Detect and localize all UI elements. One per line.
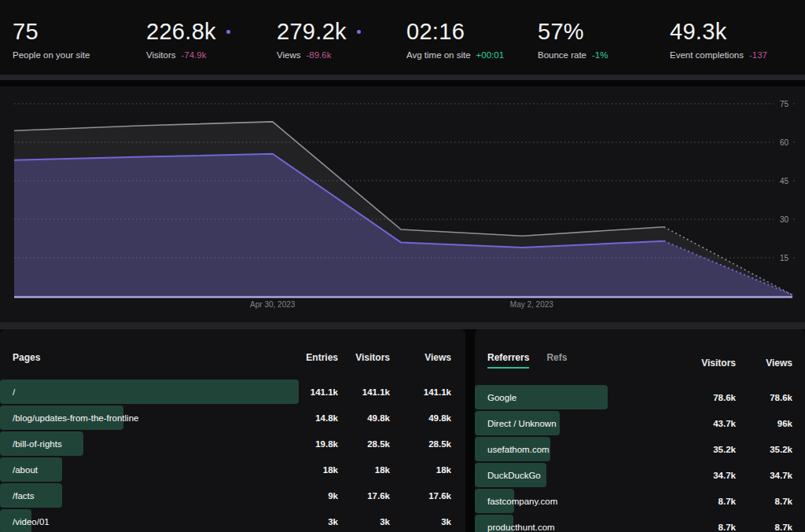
page-visitors: 141.1k [338, 387, 390, 397]
page-label: /facts [0, 491, 283, 501]
table-row-google[interactable]: Google78.6k78.6k [475, 385, 805, 409]
referrer-views: 78.6k [736, 393, 792, 402]
traffic-chart-panel: 1530456075Apr 30, 2023May 2, 2023 [0, 86, 805, 322]
page-entries: 141.1k [283, 387, 338, 397]
table-row-usefathom-com[interactable]: usefathom.com35.2k35.2k [475, 437, 805, 461]
stat-value: 279.2k [277, 18, 347, 45]
page-label: /about [0, 465, 283, 475]
stat-label: Avg time on site [406, 50, 471, 60]
table-row-video-01[interactable]: /video/013k3k3k [0, 509, 465, 532]
referrers-rows: Google78.6k78.6kDirect / Unknown43.7k96k… [475, 385, 805, 532]
y-tick-label-75: 75 [780, 100, 789, 108]
page-views: 28.5k [390, 439, 451, 449]
stat-value-row: 226.8k [146, 18, 230, 45]
page-label: / [0, 387, 283, 397]
stat-delta: -74.9k [182, 50, 207, 60]
referrer-label: DuckDuckGo [475, 471, 665, 480]
stat-label: Visitors [146, 50, 176, 60]
tab-referrers[interactable]: Referrers [487, 352, 529, 369]
y-tick-label-15: 15 [780, 254, 789, 262]
referrer-visitors: 43.7k [665, 419, 736, 428]
stat-value-row: 49.3k [670, 18, 767, 45]
page-entries: 19.8k [283, 439, 338, 449]
table-row-[interactable]: /141.1k141.1k141.1k [0, 380, 465, 404]
stat-label-row: Visitors-74.9k [146, 50, 230, 60]
stat-label-row: Bounce rate-1% [538, 50, 608, 60]
stat-label: People on your site [13, 50, 90, 60]
stat-event-completions: 49.3kEvent completions-137 [670, 18, 767, 60]
table-row-fastcompany-com[interactable]: fastcompany.com8.7k8.7k [475, 489, 805, 513]
stat-bounce-rate: 57%Bounce rate-1% [538, 18, 608, 60]
stat-label-row: People on your site [13, 50, 90, 60]
stat-label: Event completions [670, 50, 744, 60]
table-row-direct-unknown[interactable]: Direct / Unknown43.7k96k [475, 411, 805, 435]
stat-value-row: 279.2k [277, 18, 361, 45]
live-indicator-dot-icon [226, 30, 230, 34]
stat-label-row: Avg time on site+00:01 [406, 50, 504, 60]
referrer-views: 35.2k [736, 445, 792, 454]
column-header-visitors: Visitors [665, 358, 736, 369]
tab-refs[interactable]: Refs [546, 352, 567, 369]
column-header-views: Views [736, 358, 792, 369]
stat-value-row: 02:16 [406, 18, 504, 45]
page-entries: 18k [283, 465, 338, 475]
pages-rows: /141.1k141.1k141.1k/blog/updates-from-th… [0, 380, 465, 532]
column-header-visitors: Visitors [338, 352, 390, 363]
referrers-table-header: ReferrersRefs Visitors Views [475, 329, 805, 369]
page-views: 18k [390, 465, 451, 475]
page-label: /blog/updates-from-the-frontline [0, 413, 283, 423]
referrer-label: producthunt.com [475, 523, 665, 532]
table-row-blog-updates-from-the-frontline[interactable]: /blog/updates-from-the-frontline14.8k49.… [0, 405, 465, 430]
stat-value: 57% [538, 18, 584, 45]
pages-table-header: Pages Entries Visitors Views [0, 329, 465, 363]
referrer-views: 8.7k [736, 497, 792, 506]
referrer-visitors: 35.2k [665, 445, 736, 454]
stat-people-on-your-site: 75People on your site [13, 18, 90, 60]
table-row-producthunt-com[interactable]: producthunt.com8.7k8.7k [475, 515, 805, 532]
area-fill-visitors [14, 154, 792, 296]
page-label: /bill-of-rights [0, 439, 283, 449]
x-axis-label-0: Apr 30, 2023 [250, 300, 296, 309]
referrer-visitors: 8.7k [665, 523, 736, 532]
top-stats-bar: 75People on your site226.8kVisitors-74.9… [0, 0, 805, 75]
referrer-views: 8.7k [736, 523, 792, 532]
bottom-tables: Pages Entries Visitors Views /141.1k141.… [0, 329, 805, 532]
stat-delta: -1% [592, 50, 608, 60]
referrer-views: 96k [736, 419, 792, 428]
stat-visitors: 226.8kVisitors-74.9k [146, 18, 230, 60]
page-entries: 3k [283, 517, 338, 526]
referrer-views: 34.7k [736, 471, 792, 480]
page-visitors: 3k [338, 517, 390, 526]
stat-value-row: 75 [13, 18, 90, 45]
referrers-panel: ReferrersRefs Visitors Views Google78.6k… [475, 329, 805, 532]
page-label: /video/01 [0, 517, 283, 526]
table-row-bill-of-rights[interactable]: /bill-of-rights19.8k28.5k28.5k [0, 431, 465, 456]
page-visitors: 18k [338, 465, 390, 475]
page-views: 3k [390, 517, 451, 526]
referrers-tabs: ReferrersRefs [475, 352, 665, 369]
referrer-visitors: 8.7k [665, 497, 736, 506]
referrer-label: usefathom.com [475, 445, 665, 454]
page-entries: 14.8k [283, 413, 338, 423]
stat-value: 75 [13, 18, 39, 45]
column-header-entries: Entries [283, 352, 338, 363]
stat-label: Bounce rate [538, 50, 586, 60]
referrer-visitors: 78.6k [665, 393, 736, 402]
referrer-label: Direct / Unknown [475, 419, 665, 428]
stat-delta: -89.6k [306, 50, 331, 60]
table-row-facts[interactable]: /facts9k17.6k17.6k [0, 483, 465, 508]
referrer-label: Google [475, 393, 665, 402]
column-header-views: Views [390, 352, 451, 363]
divider-strip-top [0, 75, 805, 80]
page-visitors: 17.6k [338, 491, 390, 501]
page-views: 17.6k [390, 491, 451, 501]
table-row-duckduckgo[interactable]: DuckDuckGo34.7k34.7k [475, 463, 805, 487]
table-row-about[interactable]: /about18k18k18k [0, 457, 465, 482]
page-entries: 9k [283, 491, 338, 501]
y-tick-label-45: 45 [780, 177, 789, 185]
stat-delta: -137 [749, 50, 767, 60]
traffic-area-chart[interactable]: 1530456075Apr 30, 2023May 2, 2023 [0, 86, 805, 316]
referrer-label: fastcompany.com [475, 497, 665, 506]
live-indicator-dot-icon [357, 30, 361, 34]
stat-label-row: Views-89.6k [277, 50, 361, 60]
